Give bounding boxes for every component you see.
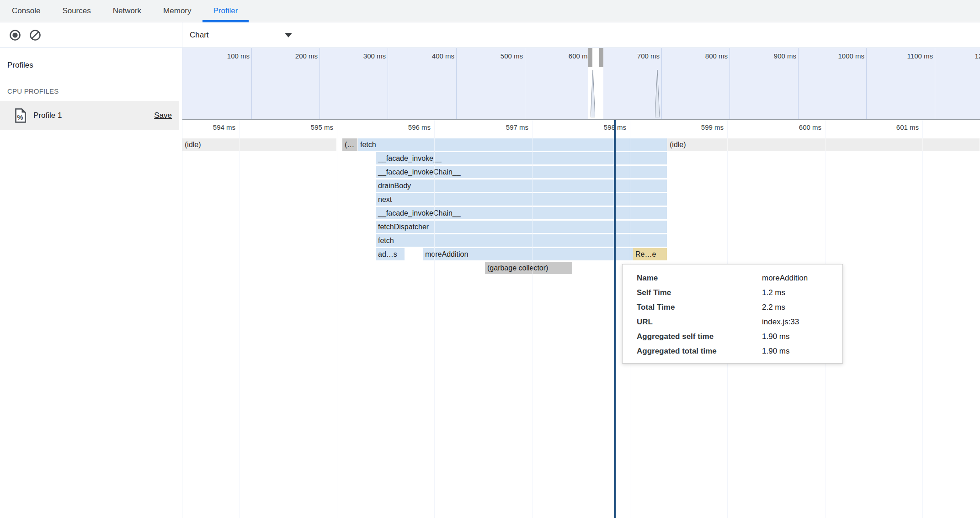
flame-bar[interactable]: ad…s xyxy=(376,248,405,260)
ruler-tick-label: 594 ms xyxy=(188,123,235,131)
save-profile-link[interactable]: Save xyxy=(154,111,172,120)
time-gridline-overlay xyxy=(434,120,435,518)
flame-chart-area[interactable]: 594 ms595 ms596 ms597 ms598 ms599 ms600 … xyxy=(182,120,980,518)
overview-divider xyxy=(388,48,388,119)
overview-tick-label: 1200 ms xyxy=(955,52,980,60)
clear-icon xyxy=(29,29,41,41)
cpu-profiles-section-label: CPU PROFILES xyxy=(0,70,182,95)
overview-divider xyxy=(730,48,730,119)
overview-divider xyxy=(251,48,252,119)
overview-divider xyxy=(456,48,457,119)
flame-bar[interactable]: (idle) xyxy=(182,138,336,151)
flame-bar[interactable]: drainBody xyxy=(376,180,667,192)
overview-tick-label: 700 ms xyxy=(614,52,660,60)
tab-console[interactable]: Console xyxy=(1,0,51,22)
tooltip-value: 1.90 ms xyxy=(762,344,833,359)
flame-bar[interactable]: (… xyxy=(342,138,357,151)
tooltip-row: Aggregated total time1.90 ms xyxy=(637,344,833,359)
ruler-tick-label: 597 ms xyxy=(481,123,528,131)
tab-memory[interactable]: Memory xyxy=(152,0,202,22)
overview-divider xyxy=(866,48,867,119)
tooltip-value: index.js:33 xyxy=(762,315,833,329)
view-mode-select[interactable]: Chart xyxy=(190,31,296,40)
profile-document-icon: % xyxy=(15,108,27,123)
overview-divider xyxy=(320,48,320,119)
tooltip-row: URLindex.js:33 xyxy=(637,315,833,329)
overview-divider xyxy=(935,48,935,119)
flame-bar[interactable]: fetch xyxy=(358,138,667,151)
svg-text:%: % xyxy=(17,113,23,121)
tooltip-row: Aggregated self time1.90 ms xyxy=(637,329,833,344)
overview-selection-grip-left[interactable] xyxy=(588,48,592,67)
tooltip-value: moreAddition xyxy=(762,271,833,285)
ruler-tick-label: 599 ms xyxy=(676,123,724,131)
tooltip-row: Total Time2.2 ms xyxy=(637,300,833,315)
flame-bar[interactable]: moreAddition xyxy=(423,248,633,260)
tooltip-label: URL xyxy=(637,315,762,329)
tooltip-row: NamemoreAddition xyxy=(637,271,833,285)
overview-tick-label: 1000 ms xyxy=(819,52,864,60)
overview-activity-spike xyxy=(591,70,595,119)
time-gridline-overlay xyxy=(337,120,337,518)
devtools-tab-bar: ConsoleSourcesNetworkMemoryProfiler xyxy=(0,0,980,22)
frame-details-tooltip: NamemoreAdditionSelf Time1.2 msTotal Tim… xyxy=(622,264,843,364)
tooltip-value: 1.90 ms xyxy=(762,329,833,344)
profile-name: Profile 1 xyxy=(33,111,62,120)
ruler-tick-label: 598 ms xyxy=(579,123,626,131)
profile-list-item-selected[interactable]: % Profile 1 Save xyxy=(0,101,179,130)
overview-tick-label: 900 ms xyxy=(751,52,796,60)
flame-bar[interactable]: fetch xyxy=(376,234,667,247)
flame-bar[interactable]: fetchDispatcher xyxy=(376,221,667,233)
ruler-tick-label: 596 ms xyxy=(383,123,431,131)
chevron-down-icon xyxy=(285,33,292,37)
tooltip-value: 2.2 ms xyxy=(762,300,833,315)
overview-tick-label: 200 ms xyxy=(272,52,318,60)
ruler-tick-label: 595 ms xyxy=(286,123,333,131)
time-gridline-overlay xyxy=(239,120,240,518)
tab-sources[interactable]: Sources xyxy=(51,0,101,22)
overview-tick-label: 600 ms xyxy=(545,52,591,60)
flame-bar[interactable]: (garbage collector) xyxy=(485,262,572,274)
overview-divider xyxy=(525,48,525,119)
overview-tick-label: 300 ms xyxy=(340,52,386,60)
ruler-tick-label: 601 ms xyxy=(871,123,919,131)
overview-divider xyxy=(661,48,662,119)
profiles-sidebar: Profiles CPU PROFILES % Profile 1 Save xyxy=(0,22,182,518)
app-body: Profiles CPU PROFILES % Profile 1 Save C… xyxy=(0,22,980,518)
record-button[interactable] xyxy=(9,29,21,41)
timeline-overview[interactable]: 100 ms200 ms300 ms400 ms500 ms600 ms700 … xyxy=(182,48,980,120)
tooltip-label: Aggregated total time xyxy=(637,344,762,359)
tooltip-row: Self Time1.2 ms xyxy=(637,285,833,300)
tooltip-label: Aggregated self time xyxy=(637,329,762,344)
clear-button[interactable] xyxy=(29,29,41,41)
flame-bar[interactable]: __facade_invokeChain__ xyxy=(376,207,667,219)
overview-activity-spike xyxy=(655,70,660,119)
time-gridline-overlay xyxy=(922,120,923,518)
overview-selection-grip-right[interactable] xyxy=(599,48,603,67)
overview-tick-label: 500 ms xyxy=(477,52,523,60)
flame-bar[interactable]: Re…e xyxy=(633,248,667,260)
record-icon xyxy=(9,29,21,41)
overview-tick-label: 800 ms xyxy=(682,52,728,60)
tooltip-label: Total Time xyxy=(637,300,762,315)
current-time-marker xyxy=(614,120,616,518)
chart-view-header: Chart xyxy=(182,22,980,48)
profiler-main-panel: Chart 100 ms200 ms300 ms400 ms500 ms600 … xyxy=(182,22,980,518)
tab-profiler[interactable]: Profiler xyxy=(202,0,249,22)
overview-tick-label: 1100 ms xyxy=(887,52,933,60)
overview-tick-label: 100 ms xyxy=(204,52,250,60)
flame-bar[interactable]: next xyxy=(376,193,667,206)
overview-tick-label: 400 ms xyxy=(409,52,454,60)
ruler-tick-label: 600 ms xyxy=(774,123,821,131)
view-mode-value: Chart xyxy=(190,31,209,40)
flame-bar[interactable]: __facade_invokeChain__ xyxy=(376,166,667,178)
tooltip-value: 1.2 ms xyxy=(762,285,833,300)
time-gridline-overlay xyxy=(532,120,533,518)
tooltip-label: Self Time xyxy=(637,285,762,300)
tab-network[interactable]: Network xyxy=(102,0,152,22)
flame-bar[interactable]: __facade_invoke__ xyxy=(376,152,667,164)
tooltip-label: Name xyxy=(637,271,762,285)
overview-divider xyxy=(798,48,799,119)
flame-bar[interactable]: (idle) xyxy=(667,138,980,151)
profiles-heading: Profiles xyxy=(0,48,182,70)
